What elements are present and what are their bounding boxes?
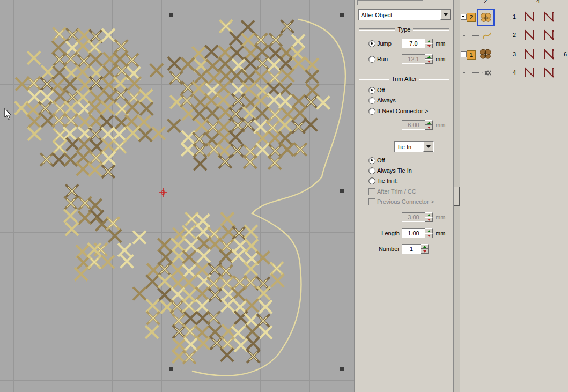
list-header-count-2: 4	[536, 0, 540, 4]
jump-radio[interactable]	[368, 40, 375, 47]
object-index: 2	[510, 32, 519, 38]
connector-mode-dropdown[interactable]: After Object	[358, 9, 451, 20]
trim-connector-length-field: 6.00	[402, 120, 425, 130]
panel-tab-stub-1[interactable]	[357, 0, 390, 5]
selection-handle-bottom[interactable]	[169, 367, 173, 371]
type-caption: Type	[359, 26, 449, 33]
embroidery-app-window: After Object Type Jump 7.0 mm Run 12.1 m…	[0, 0, 568, 392]
after-trim-label: After Trim / CC	[377, 188, 416, 195]
object-index: 1	[510, 13, 519, 20]
stitch-type-icon[interactable]	[524, 29, 536, 40]
run-radio[interactable]	[368, 56, 375, 63]
after-trim-checkbox	[368, 188, 375, 195]
object-index: 3	[510, 51, 519, 57]
selection-handle-right[interactable]	[340, 189, 344, 193]
panel-tab-stub-2[interactable]	[390, 0, 423, 5]
jump-length-field[interactable]: 7.0	[402, 39, 425, 48]
tie-off-radio[interactable]	[368, 157, 375, 164]
stitch-type-icon[interactable]	[543, 67, 555, 78]
trim-unit-label: mm	[436, 122, 445, 128]
jump-label[interactable]: Jump	[377, 40, 392, 47]
object-row-3[interactable]: 1 3 6	[460, 45, 568, 64]
selection-handle-top[interactable]	[169, 13, 173, 17]
color-badge[interactable]: 1	[467, 50, 476, 60]
color-badge[interactable]: 2	[467, 13, 476, 22]
stitch-type-icon[interactable]	[524, 67, 536, 78]
tie-always-radio[interactable]	[368, 167, 375, 174]
run-unit-label: mm	[436, 56, 445, 62]
length-field[interactable]: 1.00	[402, 228, 425, 238]
previous-connector-checkbox	[368, 198, 375, 205]
previous-connector-length-field: 3.00	[402, 212, 425, 222]
previous-connector-label: Previous Connector >	[377, 198, 434, 205]
tree-collapse-icon[interactable]	[461, 14, 467, 20]
tie-if-label[interactable]: Tie In if:	[377, 177, 398, 184]
trim-if-next-label[interactable]: If Next Connector >	[377, 108, 428, 114]
selection-handle-bottom-right[interactable]	[340, 367, 344, 371]
stitch-type-icon[interactable]	[524, 49, 536, 60]
dropdown-arrow-icon[interactable]	[440, 10, 451, 20]
number-spinner[interactable]	[421, 244, 429, 254]
number-label: Number	[365, 246, 400, 252]
connector-properties-panel: After Object Type Jump 7.0 mm Run 12.1 m…	[354, 0, 454, 392]
trim-off-label[interactable]: Off	[377, 87, 385, 93]
cross-stitch-run-icon[interactable]	[480, 69, 493, 77]
trim-always-radio[interactable]	[368, 97, 375, 104]
stitch-type-icon[interactable]	[524, 11, 536, 22]
object-thumbnail[interactable]	[477, 46, 493, 62]
trim-off-radio[interactable]	[368, 87, 375, 94]
tie-unit-label: mm	[436, 214, 445, 220]
trim-always-label[interactable]: Always	[377, 97, 396, 103]
dropdown-arrow-icon[interactable]	[423, 142, 433, 152]
trim-after-caption: Trim After	[359, 76, 449, 82]
object-list-panel: 2 4 2 1	[460, 0, 568, 392]
object-row-1[interactable]: 2 1	[460, 9, 568, 27]
butterfly-icon	[480, 11, 492, 24]
stitch-count: 6	[564, 51, 567, 57]
thread-run-icon[interactable]	[482, 31, 492, 40]
tie-mode-value: Tie In	[395, 144, 423, 150]
connector-mode-value: After Object	[359, 12, 440, 18]
design-origin-crosshair-icon	[159, 188, 167, 197]
length-label: Length	[365, 230, 400, 236]
object-thumbnail-selected[interactable]	[477, 9, 495, 26]
stitch-type-icon[interactable]	[543, 11, 555, 22]
length-spinner[interactable]	[425, 228, 433, 238]
object-row-4[interactable]: 4	[460, 64, 568, 82]
cross-stitch-design	[0, 0, 354, 392]
object-row-2[interactable]: 2	[460, 27, 568, 44]
stitch-type-icon[interactable]	[543, 49, 555, 60]
selection-handle-top-right[interactable]	[340, 13, 344, 17]
tie-always-label[interactable]: Always Tie In	[377, 167, 412, 174]
butterfly-icon	[478, 47, 492, 61]
list-header-count-1: 2	[484, 0, 487, 4]
tree-collapse-icon[interactable]	[461, 51, 467, 57]
length-unit-label: mm	[436, 230, 445, 236]
tie-off-label[interactable]: Off	[377, 157, 385, 164]
run-length-spinner	[425, 54, 433, 64]
trim-connector-length-spinner	[425, 120, 433, 130]
previous-connector-spinner	[425, 212, 433, 222]
jump-unit-label: mm	[436, 40, 445, 47]
stitch-type-icon[interactable]	[543, 29, 555, 40]
number-field[interactable]: 1	[402, 244, 421, 254]
object-index: 4	[510, 69, 519, 76]
tie-if-radio[interactable]	[368, 177, 375, 184]
run-label[interactable]: Run	[377, 56, 388, 62]
trim-if-next-radio[interactable]	[368, 108, 375, 115]
tie-mode-dropdown[interactable]: Tie In	[394, 141, 434, 152]
run-length-field: 12.1	[402, 54, 425, 64]
design-canvas[interactable]	[0, 0, 354, 392]
scrollbar-thumb[interactable]	[454, 187, 460, 206]
jump-length-spinner[interactable]	[425, 39, 433, 48]
